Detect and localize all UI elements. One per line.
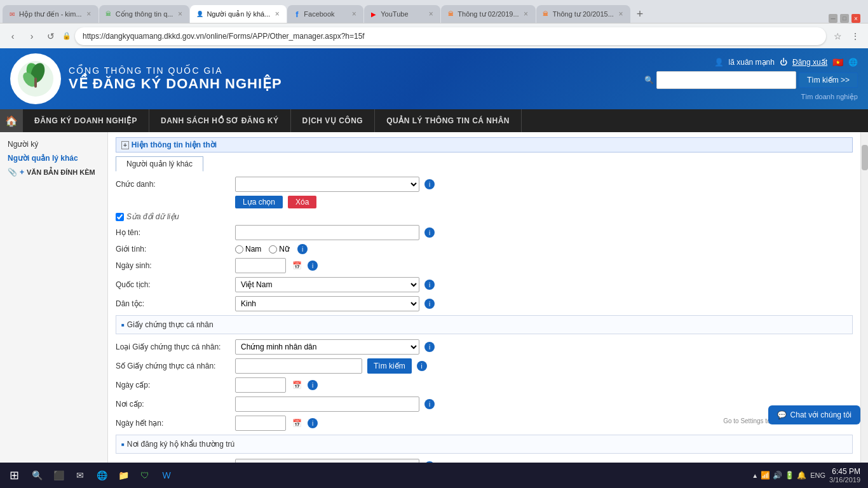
tab-ctt-title: Cổng thông tin q... [116, 10, 173, 18]
taskbar-cortana[interactable]: ⬛ [48, 465, 69, 485]
tab-yt-close[interactable]: × [426, 10, 435, 18]
tab-nql-title: Người quản lý khá... [207, 10, 270, 18]
tab-tt1-title: Thông tư 02/2019... [458, 10, 519, 18]
close-window-button[interactable]: × [851, 14, 860, 23]
logout-link[interactable]: Đăng xuất [792, 58, 827, 67]
search-button[interactable]: Tìm kiếm >> [799, 72, 858, 88]
tray-battery: 🔋 [785, 471, 794, 480]
loai-giay-select[interactable]: Chứng minh nhân dân [235, 339, 419, 355]
scrollbar-thumb[interactable] [862, 145, 868, 170]
xoa-button[interactable]: Xóa [288, 196, 316, 208]
tab-tt1-close[interactable]: × [522, 10, 531, 18]
ctt-favicon: 🏛 [104, 10, 113, 18]
tab-nql-close[interactable]: × [273, 10, 281, 18]
tab-tt2-close[interactable]: × [616, 10, 625, 18]
ho-ten-info-icon[interactable]: i [424, 227, 435, 238]
back-button[interactable]: ‹ [5, 29, 20, 44]
attachments-section[interactable]: 📎 + VĂN BẢN ĐÍNH KÈM [0, 165, 107, 179]
nav-danh-sach[interactable]: DANH SÁCH HỒ SƠ ĐĂNG KÝ [149, 109, 291, 132]
ngay-sinh-row: Ngày sinh: 📅 i [116, 258, 853, 273]
tab-youtube[interactable]: ▶ YouTube × [364, 5, 440, 23]
start-button[interactable]: ⊞ [3, 464, 25, 487]
so-giay-input[interactable] [235, 358, 362, 374]
taskbar-defender[interactable]: 🛡 [135, 465, 155, 485]
tab-thong-tu-2[interactable]: 🏛 Thông tư 20/2015... × [536, 5, 630, 23]
noi-cap-info-icon[interactable]: i [424, 399, 435, 409]
nav-home-button[interactable]: 🏠 [0, 109, 23, 132]
loai-giay-info-icon[interactable]: i [424, 342, 435, 352]
taskbar-search[interactable]: 🔍 [27, 465, 47, 485]
ngay-het-han-info-icon[interactable]: i [308, 418, 318, 428]
tab-yt-title: YouTube [381, 10, 424, 18]
tab-nguoi-quan-ly[interactable]: 👤 Người quản lý khá... × [190, 5, 287, 23]
settings-button[interactable]: ⋮ [848, 29, 863, 44]
tab-fb-close[interactable]: × [349, 10, 358, 18]
so-giay-info-icon[interactable]: i [417, 361, 427, 371]
tab-gmail-close[interactable]: × [85, 10, 93, 18]
ngay-sinh-calendar-icon[interactable]: 📅 [291, 260, 302, 271]
section-expand-header[interactable]: + Hiện thông tin hiện thời [116, 137, 853, 152]
tab-thong-tu-1[interactable]: 🏛 Thông tư 02/2019... × [441, 5, 535, 23]
tab-cong-thong-tin[interactable]: 🏛 Cổng thông tin q... × [99, 5, 190, 23]
taskbar-word[interactable]: W [156, 465, 177, 485]
flag-vn: 🇻🇳 [832, 57, 843, 67]
ngay-cap-info-icon[interactable]: i [308, 380, 318, 390]
sidebar-item-nguoi-ky[interactable]: Người ký [0, 137, 107, 151]
nu-radio[interactable] [269, 245, 277, 254]
ngay-cap-input[interactable] [235, 377, 286, 393]
tray-up-arrow[interactable]: ▲ [752, 472, 758, 479]
find-company-link[interactable]: Tìm doanh nghiệp [801, 93, 858, 101]
ngay-het-han-calendar-icon[interactable]: 📅 [291, 417, 302, 429]
sua-doi-checkbox[interactable] [116, 213, 124, 221]
chuc-danh-info-icon[interactable]: i [424, 179, 435, 189]
quoc-tich-select[interactable]: Việt Nam [235, 277, 419, 292]
ngay-sinh-input[interactable] [235, 258, 286, 273]
tab-gmail[interactable]: ✉ Hộp thư đến - kim... × [3, 5, 98, 23]
ho-khau-section-title: Nơi đăng ký hộ khẩu thường trú [121, 438, 847, 451]
plus-icon[interactable]: + [20, 168, 24, 177]
search-input[interactable] [656, 71, 796, 89]
ngay-sinh-info-icon[interactable]: i [308, 261, 318, 271]
quoc-tich-info-icon[interactable]: i [424, 280, 435, 290]
forward-button[interactable]: › [24, 29, 39, 44]
header-right: 👤 lã xuân mạnh ⏻ Đăng xuất 🇻🇳 🌐 🔍 Tìm ki… [644, 57, 858, 101]
taskbar-browser[interactable]: 🌐 [92, 465, 112, 485]
dan-toc-info-icon[interactable]: i [424, 299, 435, 309]
new-tab-button[interactable]: + [631, 5, 649, 23]
tab-ctt-close[interactable]: × [175, 10, 184, 18]
lua-chon-button[interactable]: Lựa chọn [235, 196, 283, 208]
noi-cap-label: Nơi cấp: [116, 400, 230, 409]
tt1-favicon: 🏛 [446, 10, 455, 18]
taskbar-explorer[interactable]: 📁 [113, 465, 133, 485]
nav-quan-ly[interactable]: QUẢN LÝ THÔNG TIN CÁ NHÂN [375, 109, 522, 132]
ho-ten-row: Họ tên: i [116, 225, 853, 240]
nam-radio[interactable] [235, 245, 243, 254]
ho-ten-input[interactable] [235, 225, 419, 240]
scrollbar[interactable] [860, 132, 868, 488]
taskbar-email[interactable]: ✉ [70, 465, 90, 485]
page-body: Người ký Người quản lý khác 📎 + VĂN BẢN … [0, 132, 868, 488]
site-header: CỔNG THÔNG TIN QUỐC GIA VỀ ĐĂNG KÝ DOANH… [0, 48, 868, 109]
nav-dich-vu[interactable]: DỊCH VỤ CÔNG [291, 109, 376, 132]
user-icon: 👤 [714, 58, 724, 67]
form-tab-nguoi-quan-ly[interactable]: Người quản lý khác [116, 156, 203, 172]
refresh-button[interactable]: ↺ [43, 29, 58, 44]
url-bar[interactable] [75, 27, 826, 45]
dan-toc-select[interactable]: Kinh [235, 296, 419, 311]
ngay-cap-label: Ngày cấp: [116, 381, 230, 390]
chat-icon: 💬 [777, 410, 787, 419]
gioi-tinh-info-icon[interactable]: i [297, 244, 308, 254]
nav-dang-ky[interactable]: ĐĂNG KÝ DOANH NGHIỆP [23, 109, 149, 132]
bookmark-button[interactable]: ☆ [830, 29, 845, 44]
tab-facebook[interactable]: f Facebook × [287, 5, 363, 23]
maximize-button[interactable]: □ [840, 14, 849, 23]
sidebar-item-nguoi-quan-ly[interactable]: Người quản lý khác [0, 151, 107, 165]
minimize-button[interactable]: ─ [829, 14, 837, 23]
ngay-het-han-input[interactable] [235, 416, 286, 431]
noi-cap-input[interactable] [235, 396, 419, 412]
chat-widget[interactable]: 💬 Chat với chúng tôi [768, 405, 860, 424]
tim-kiem-button[interactable]: Tìm kiếm [367, 358, 412, 374]
ngay-cap-calendar-icon[interactable]: 📅 [291, 379, 302, 391]
chuc-danh-select[interactable] [235, 177, 419, 192]
tab-fb-title: Facebook [304, 10, 347, 18]
